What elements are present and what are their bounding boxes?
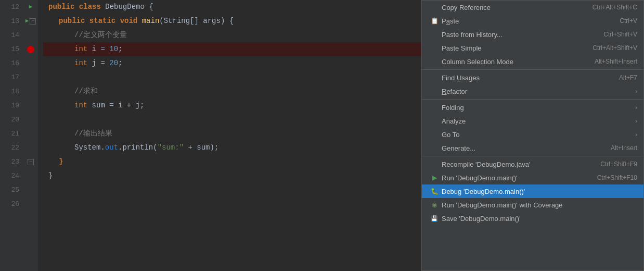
folding-arrow: ›: [635, 104, 637, 110]
shortcut-generate: Alt+Insert: [611, 144, 637, 152]
gutter-line-21: [23, 127, 38, 141]
menu-item-refactor[interactable]: Refactor ›: [422, 84, 643, 98]
breakpoint-icon: [27, 46, 34, 53]
menu-label-refactor: Refactor: [442, 88, 467, 95]
refactor-icon: [430, 87, 439, 95]
code-line-21: //输出结果: [43, 127, 421, 141]
shortcut-column-selection: Alt+Shift+Insert: [595, 58, 637, 65]
gutter-line-12[interactable]: ▶: [23, 0, 38, 14]
paste-history-icon: [430, 30, 439, 39]
gutter-line-17: [23, 70, 38, 84]
code-line-15: int i = 10;: [43, 42, 421, 56]
gutter-line-16: [23, 56, 38, 70]
separator-1: [422, 69, 643, 70]
run-arrow-icon: ▶: [25, 14, 29, 28]
code-area[interactable]: public class DebugDemo { public static v…: [38, 0, 421, 271]
menu-label-folding: Folding: [442, 104, 464, 112]
gutter-line-23[interactable]: −: [23, 155, 38, 169]
shortcut-paste: Ctrl+V: [620, 17, 637, 24]
refactor-arrow: ›: [635, 88, 637, 94]
menu-item-analyze[interactable]: Analyze ›: [422, 114, 643, 128]
gutter-line-22: [23, 141, 38, 155]
menu-label-copy-reference: Copy Reference: [442, 4, 491, 11]
gutter-line-24: [23, 169, 38, 183]
menu-item-run-main[interactable]: ▶ Run 'DebugDemo.main()' Ctrl+Shift+F10: [422, 171, 643, 184]
go-to-arrow: ›: [635, 131, 637, 138]
copy-reference-icon: [430, 3, 439, 11]
menu-item-paste[interactable]: 📋 Paste Ctrl+V: [422, 14, 643, 28]
separator-3: [422, 156, 643, 156]
menu-label-run-main: Run 'DebugDemo.main()': [442, 174, 518, 182]
menu-label-generate: Generate...: [442, 144, 475, 152]
menu-label-run-coverage: Run 'DebugDemo.main()' with Coverage: [442, 201, 563, 209]
run-coverage-icon: ◉: [430, 201, 439, 209]
menu-item-run-coverage[interactable]: ◉ Run 'DebugDemo.main()' with Coverage: [422, 198, 643, 212]
save-main-icon: 💾: [430, 214, 439, 223]
menu-item-copy-reference[interactable]: Copy Reference Ctrl+Alt+Shift+C: [422, 1, 643, 14]
analyze-arrow: ›: [635, 118, 637, 124]
menu-item-column-selection[interactable]: Column Selection Mode Alt+Shift+Insert: [422, 55, 643, 68]
context-menu: Copy Reference Ctrl+Alt+Shift+C 📋 Paste …: [421, 0, 644, 271]
code-line-23: }: [43, 155, 421, 169]
menu-label-paste: Paste: [442, 17, 459, 25]
gutter-line-26: [23, 197, 38, 211]
menu-item-paste-history[interactable]: Paste from History... Ctrl+Shift+V: [422, 28, 643, 41]
line-gutters: ▶ ▶ − −: [23, 0, 38, 271]
gutter-line-14: [23, 28, 38, 42]
shortcut-run-main: Ctrl+Shift+F10: [597, 174, 637, 181]
run-main-icon: ▶: [430, 174, 439, 182]
code-line-18: //求和: [43, 84, 421, 98]
find-usages-icon: [430, 73, 439, 82]
menu-item-debug-main[interactable]: 🐛 Debug 'DebugDemo.main()': [422, 184, 643, 198]
fold-icon[interactable]: −: [30, 18, 36, 24]
code-line-19: int sum = i + j;: [43, 98, 421, 113]
menu-item-recompile[interactable]: Recompile 'DebugDemo.java' Ctrl+Shift+F9: [422, 157, 643, 171]
code-line-16: int j = 20;: [43, 56, 421, 70]
menu-label-go-to: Go To: [442, 131, 459, 139]
shortcut-paste-history: Ctrl+Shift+V: [603, 31, 637, 38]
debug-main-icon: 🐛: [430, 187, 439, 195]
shortcut-find-usages: Alt+F7: [619, 74, 637, 81]
column-selection-icon: [430, 57, 439, 66]
run-arrow-icon: ▶: [29, 0, 33, 14]
menu-label-find-usages: Find Usages: [442, 74, 480, 82]
gutter-line-18: [23, 84, 38, 98]
fold-icon[interactable]: −: [28, 159, 34, 165]
shortcut-recompile: Ctrl+Shift+F9: [600, 161, 637, 168]
code-editor: 12 13 14 15 16 17 18 19 20 21 22 23 24 2…: [0, 0, 421, 271]
gutter-line-13[interactable]: ▶ −: [23, 14, 38, 28]
shortcut-copy-reference: Ctrl+Alt+Shift+C: [593, 4, 637, 11]
code-line-14: //定义两个变量: [43, 28, 421, 42]
gutter-line-15[interactable]: [23, 42, 38, 56]
menu-item-paste-simple[interactable]: Paste Simple Ctrl+Alt+Shift+V: [422, 41, 643, 55]
separator-2: [422, 99, 643, 100]
menu-label-paste-simple: Paste Simple: [442, 44, 482, 52]
generate-icon: [430, 144, 439, 152]
go-to-icon: [430, 130, 439, 139]
menu-item-generate[interactable]: Generate... Alt+Insert: [422, 141, 643, 155]
menu-label-save-main: Save 'DebugDemo.main()': [442, 215, 521, 223]
line-numbers: 12 13 14 15 16 17 18 19 20 21 22 23 24 2…: [0, 0, 23, 271]
analyze-icon: [430, 117, 439, 125]
menu-item-find-usages[interactable]: Find Usages Alt+F7: [422, 71, 643, 84]
menu-item-go-to[interactable]: Go To ›: [422, 128, 643, 141]
code-line-24: }: [43, 169, 421, 183]
paste-simple-icon: [430, 44, 439, 52]
menu-label-paste-history: Paste from History...: [442, 31, 503, 39]
code-line-26: [43, 197, 421, 211]
recompile-icon: [430, 160, 439, 168]
menu-label-column-selection: Column Selection Mode: [442, 58, 513, 66]
shortcut-paste-simple: Ctrl+Alt+Shift+V: [593, 44, 637, 52]
gutter-line-19: [23, 98, 38, 113]
menu-item-save-main[interactable]: 💾 Save 'DebugDemo.main()': [422, 212, 643, 225]
gutter-line-20: [23, 113, 38, 127]
menu-label-analyze: Analyze: [442, 117, 466, 125]
code-line-20: [43, 113, 421, 127]
code-line-25: [43, 183, 421, 197]
menu-item-folding[interactable]: Folding ›: [422, 101, 643, 114]
code-line-13: public static void main(String[] args) {: [43, 14, 421, 28]
code-line-22: System.out.println("sum:" + sum);: [43, 141, 421, 155]
code-line-17: [43, 70, 421, 84]
code-line-12: public class DebugDemo {: [43, 0, 421, 14]
gutter-line-25: [23, 183, 38, 197]
